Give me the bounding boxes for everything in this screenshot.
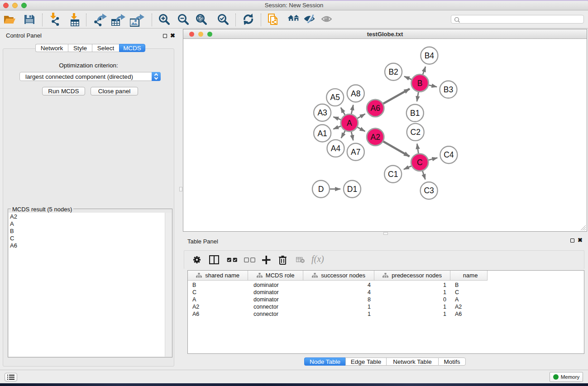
svg-text:A2: A2 <box>370 133 380 142</box>
svg-text:D: D <box>318 185 324 194</box>
svg-text:D1: D1 <box>347 185 357 194</box>
svg-text:A4: A4 <box>331 144 341 153</box>
svg-text:C: C <box>417 158 423 167</box>
svg-text:A1: A1 <box>317 129 327 138</box>
svg-text:A8: A8 <box>351 89 360 98</box>
svg-text:B: B <box>417 79 423 88</box>
svg-text:C4: C4 <box>444 150 454 159</box>
svg-text:C3: C3 <box>424 186 434 195</box>
svg-text:B3: B3 <box>444 85 453 94</box>
svg-text:C1: C1 <box>388 170 398 179</box>
svg-text:A6: A6 <box>370 104 380 113</box>
svg-text:C2: C2 <box>411 128 421 137</box>
svg-text:A7: A7 <box>351 148 360 157</box>
svg-text:B1: B1 <box>410 109 420 118</box>
svg-text:A5: A5 <box>330 93 339 102</box>
svg-text:B2: B2 <box>388 67 398 76</box>
svg-text:B4: B4 <box>425 51 435 60</box>
svg-text:A: A <box>347 119 352 128</box>
svg-text:A3: A3 <box>317 108 327 117</box>
